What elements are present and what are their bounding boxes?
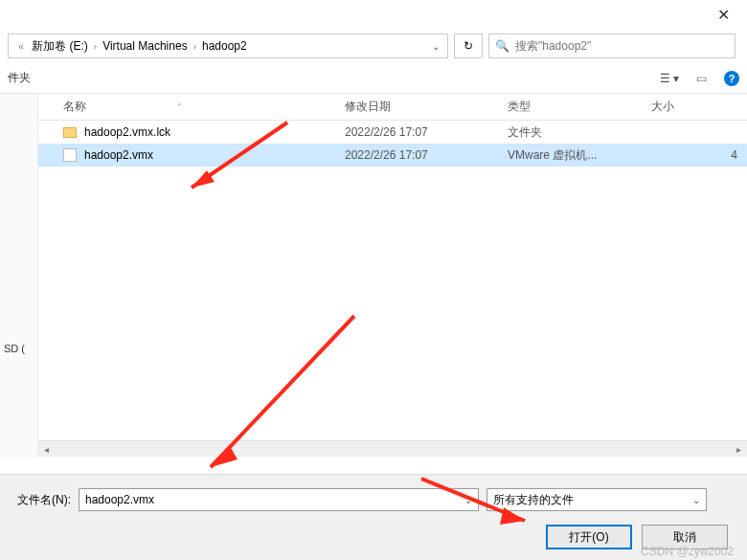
watermark: CSDN @zyw2002 xyxy=(641,545,734,558)
file-size: 4 xyxy=(651,148,747,162)
breadcrumb[interactable]: « 新加卷 (E:) › Virtual Machines › hadoop2 … xyxy=(8,34,448,58)
folder-icon xyxy=(63,127,77,138)
refresh-button[interactable]: ↻ xyxy=(454,34,483,58)
sort-asc-icon: ˄ xyxy=(177,102,182,112)
search-placeholder: 搜索"hadoop2" xyxy=(515,38,591,55)
close-icon[interactable]: ✕ xyxy=(717,6,730,24)
file-row[interactable]: hadoop2.vmx.lck2022/2/26 17:07文件夹 xyxy=(38,121,747,144)
search-input[interactable]: 🔍 搜索"hadoop2" xyxy=(488,34,736,58)
file-type: VMware 虚拟机... xyxy=(508,147,651,164)
filename-label: 文件名(N): xyxy=(17,492,71,508)
col-date[interactable]: 修改日期 xyxy=(345,99,508,115)
file-list: 名称˄ 修改日期 类型 大小 hadoop2.vmx.lck2022/2/26 … xyxy=(38,94,747,458)
breadcrumb-seg[interactable]: Virtual Machines xyxy=(101,39,190,53)
filter-value: 所有支持的文件 xyxy=(493,492,574,508)
file-date: 2022/2/26 17:07 xyxy=(345,148,508,162)
view-list-icon[interactable]: ☰ ▾ xyxy=(660,72,679,85)
chevron-right-icon: › xyxy=(90,41,101,52)
breadcrumb-back-icon[interactable]: « xyxy=(12,40,30,52)
preview-pane-icon[interactable]: ▭ xyxy=(696,72,707,85)
chevron-right-icon: › xyxy=(190,41,200,52)
chevron-down-icon[interactable]: ⌄ xyxy=(432,41,443,52)
file-name: hadoop2.vmx xyxy=(84,148,153,162)
chevron-down-icon[interactable]: ⌄ xyxy=(692,495,700,505)
sidebar: SD ( xyxy=(0,94,38,458)
horizontal-scrollbar[interactable]: ◂ ▸ xyxy=(38,440,747,457)
sidebar-item[interactable]: SD ( xyxy=(4,343,25,354)
col-type[interactable]: 类型 xyxy=(508,99,651,115)
search-icon: 🔍 xyxy=(495,39,509,53)
breadcrumb-seg[interactable]: 新加卷 (E:) xyxy=(30,38,90,55)
scroll-right-icon[interactable]: ▸ xyxy=(731,441,747,458)
filename-value: hadoop2.vmx xyxy=(85,493,154,506)
chevron-down-icon[interactable]: ⌄ xyxy=(464,495,472,505)
help-icon[interactable]: ? xyxy=(724,71,739,86)
filename-input[interactable]: hadoop2.vmx ⌄ xyxy=(79,488,479,511)
file-filter-select[interactable]: 所有支持的文件 ⌄ xyxy=(487,488,707,511)
file-icon xyxy=(63,148,77,162)
column-headers[interactable]: 名称˄ 修改日期 类型 大小 xyxy=(38,94,747,121)
open-button[interactable]: 打开(O) xyxy=(546,525,632,549)
refresh-icon: ↻ xyxy=(464,39,473,53)
file-date: 2022/2/26 17:07 xyxy=(345,125,508,139)
file-type: 文件夹 xyxy=(508,124,651,141)
toolbar-text: 件夹 xyxy=(8,70,31,86)
file-name: hadoop2.vmx.lck xyxy=(84,125,170,139)
breadcrumb-seg[interactable]: hadoop2 xyxy=(200,39,249,53)
col-size[interactable]: 大小 xyxy=(651,99,747,115)
col-name[interactable]: 名称 xyxy=(63,99,86,115)
file-row[interactable]: hadoop2.vmx2022/2/26 17:07VMware 虚拟机...4 xyxy=(38,144,747,167)
scroll-left-icon[interactable]: ◂ xyxy=(38,441,55,458)
